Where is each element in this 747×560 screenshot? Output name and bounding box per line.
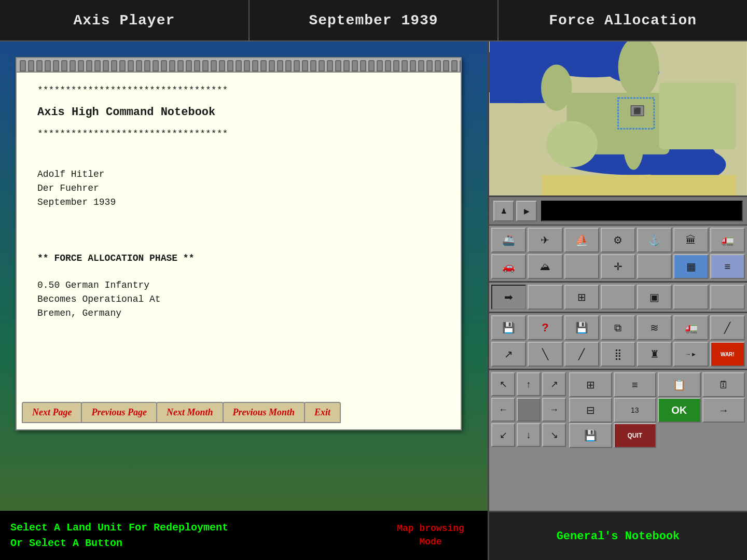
se-icon: ↘ — [550, 429, 558, 441]
unit-carrier-btn[interactable]: 🚢 — [491, 228, 526, 253]
next-btn[interactable]: → — [702, 398, 745, 423]
mini-map: ⬛ — [489, 41, 747, 197]
blue-icon: ▦ — [686, 260, 696, 273]
force-allocation-title: Force Allocation — [549, 12, 697, 29]
infantry-filter[interactable]: ♟ — [493, 201, 514, 221]
generals-notebook-label: General's Notebook — [557, 530, 680, 543]
arrow-ur-btn[interactable]: ↗ — [491, 342, 526, 367]
status-left: Select A Land Unit For Redeployment Or S… — [0, 515, 374, 556]
unit-grid-row1: 🚢 ✈ ⛵ ⚙ ⚓ 🏛 🚛 — [491, 228, 745, 253]
unit-list-btn[interactable]: ≡ — [710, 254, 745, 279]
rb-number-btn[interactable]: 13 — [614, 398, 657, 423]
date-title: September 1939 — [309, 12, 438, 29]
rb-map-btn[interactable]: ⊟ — [569, 398, 612, 423]
dots-btn[interactable]: ⣿ — [601, 342, 635, 367]
cross-icon: ✛ — [614, 260, 622, 273]
signature-date: September 1939 — [37, 195, 440, 209]
rb-number-icon: 13 — [631, 406, 639, 414]
header-left: Axis Player — [0, 0, 250, 40]
unit-vehicle-btn[interactable]: 🚗 — [491, 254, 526, 279]
ne-btn[interactable]: ↗ — [542, 372, 566, 396]
unit-terrain-btn[interactable]: ⛰ — [528, 254, 562, 279]
se-btn[interactable]: ↘ — [542, 423, 566, 447]
svg-rect-13 — [659, 82, 737, 149]
rb-notebook-btn[interactable]: 📋 — [658, 372, 701, 397]
east-icon: → — [549, 404, 559, 415]
fighter-icon: ✈ — [541, 234, 549, 246]
rb-list-btn[interactable]: ≡ — [614, 372, 657, 397]
previous-page-button[interactable]: Previous Page — [81, 402, 157, 423]
truck-btn[interactable]: 🚛 — [673, 315, 708, 340]
infantry-icon: ♟ — [501, 207, 507, 215]
vehicle-icon: 🚗 — [502, 260, 515, 273]
carrier-icon: 🚢 — [502, 234, 515, 246]
action-empty4-btn[interactable] — [710, 285, 745, 310]
east-btn[interactable]: → — [542, 398, 566, 422]
quit-icon: QUIT — [627, 432, 642, 439]
quit-btn[interactable]: QUIT — [614, 423, 657, 448]
rb-calendar-icon: 🗓 — [718, 379, 729, 391]
action-empty1-btn[interactable] — [528, 285, 562, 310]
next-icon: → — [718, 404, 729, 416]
save2-btn[interactable]: 💾 — [564, 315, 599, 340]
action-empty2-btn[interactable] — [601, 285, 635, 310]
status-line1: Select A Land Unit For Redeployment — [10, 520, 363, 536]
unit-transport-btn[interactable]: 🚛 — [710, 228, 745, 253]
notebook-spiral — [17, 58, 461, 73]
rb-calendar-btn[interactable]: 🗓 — [702, 372, 745, 397]
unit-mech-btn[interactable]: ⚙ — [601, 228, 635, 253]
waves-btn[interactable]: ≋ — [637, 315, 672, 340]
unit-blue-btn[interactable]: ▦ — [673, 254, 708, 279]
rb-grid-btn[interactable]: ⊞ — [569, 372, 612, 397]
axis-player-title: Axis Player — [73, 12, 175, 29]
spacer2 — [37, 209, 440, 230]
action-empty3-btn[interactable] — [673, 285, 708, 310]
rook-btn[interactable]: ♜ — [637, 342, 672, 367]
dots-icon: ⣿ — [614, 348, 622, 360]
unit-battleship-btn[interactable]: ⛵ — [564, 228, 599, 253]
grid2-btn[interactable]: ⧉ — [601, 315, 635, 340]
unit-fort-btn[interactable]: 🏛 — [673, 228, 708, 253]
previous-month-button[interactable]: Previous Month — [223, 402, 306, 423]
svg-point-12 — [623, 119, 644, 170]
exit-button[interactable]: Exit — [304, 402, 341, 423]
unit-filter-bar: ♟ ▶ — [489, 197, 747, 226]
ok-btn[interactable]: OK — [658, 398, 701, 423]
save-section: 💾 ? 💾 ⧉ ≋ 🚛 ╱ ↗ ╲ ╱ ⣿ ♜ →► WAR! — [489, 313, 747, 370]
slash-btn[interactable]: ╱ — [710, 315, 745, 340]
nw-btn[interactable]: ↖ — [491, 372, 515, 396]
question-btn[interactable]: ? — [528, 315, 562, 340]
next-page-button[interactable]: Next Page — [22, 402, 82, 423]
unit-line3: Bremen, Germany — [37, 306, 440, 320]
spacer1 — [37, 147, 440, 167]
filter-display — [541, 201, 743, 221]
sw-btn[interactable]: ↙ — [491, 423, 515, 447]
south-btn[interactable]: ↓ — [517, 423, 541, 447]
terrain-icon: ⛰ — [540, 261, 550, 273]
armor-filter[interactable]: ▶ — [516, 201, 537, 221]
action-grid-btn[interactable]: ⊞ — [564, 285, 599, 310]
fort-icon: 🏛 — [686, 234, 696, 246]
mech-icon: ⚙ — [613, 234, 622, 246]
war-btn[interactable]: WAR! — [710, 342, 745, 367]
move-right-btn[interactable]: ➡ — [491, 285, 526, 310]
action-target-btn[interactable]: ▣ — [637, 285, 672, 310]
unit-empty2-btn[interactable] — [637, 254, 672, 279]
unit-empty1-btn[interactable] — [564, 254, 599, 279]
rb-list-icon: ≡ — [632, 379, 638, 391]
save1-btn[interactable]: 💾 — [491, 315, 526, 340]
unit-cross-btn[interactable]: ✛ — [601, 254, 635, 279]
rb-save-btn[interactable]: 💾 — [569, 423, 612, 448]
save2-icon: 💾 — [575, 321, 588, 334]
arrows-btn[interactable]: →► — [673, 342, 708, 367]
main-layout: ********************************** Axis … — [0, 41, 747, 560]
svg-text:⬛: ⬛ — [633, 107, 641, 115]
west-btn[interactable]: ← — [491, 398, 515, 422]
slash3-btn[interactable]: ╱ — [564, 342, 599, 367]
north-btn[interactable]: ↑ — [517, 372, 541, 396]
slash2-btn[interactable]: ╲ — [528, 342, 562, 367]
unit-sub-btn[interactable]: ⚓ — [637, 228, 672, 253]
next-month-button[interactable]: Next Month — [156, 402, 224, 423]
question-icon: ? — [542, 321, 548, 334]
unit-fighter-btn[interactable]: ✈ — [528, 228, 562, 253]
